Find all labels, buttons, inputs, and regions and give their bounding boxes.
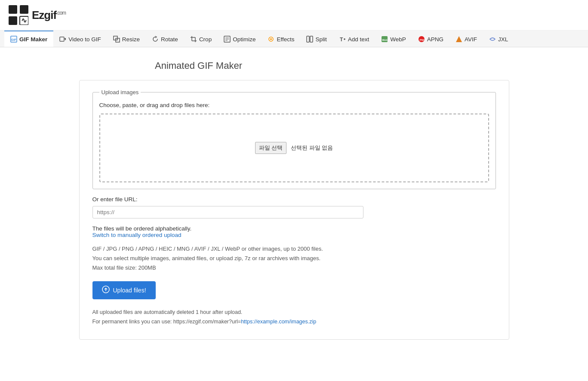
header: ∿ Ezgif.com (0, 0, 588, 31)
video-to-gif-icon (59, 36, 66, 43)
nav-item-gif-maker[interactable]: GIF GIF Maker (4, 31, 53, 47)
nav-label-add-text: Add text (348, 36, 369, 43)
svg-rect-1 (20, 5, 28, 14)
nav-label-webp: WebP (390, 36, 406, 43)
svg-marker-30 (456, 36, 462, 42)
resize-icon (113, 36, 120, 43)
page-title: Animated GIF Maker (155, 60, 579, 71)
nav-bar: GIF GIF Maker Video to GIF Resize Rotate… (0, 31, 588, 47)
split-icon (306, 36, 313, 43)
svg-rect-21 (307, 36, 309, 42)
logo-text: Ezgif.com (32, 9, 66, 22)
upload-fieldset: Upload images Choose, paste, or drag and… (92, 89, 496, 189)
nav-label-crop: Crop (199, 36, 212, 43)
main-content: Animated GIF Maker Upload images Choose,… (0, 47, 588, 353)
switch-order-link[interactable]: Switch to manually ordered upload (92, 232, 182, 238)
avif-icon (456, 36, 462, 43)
crop-icon (190, 36, 197, 43)
no-file-label: 선택된 파일 없음 (291, 144, 333, 152)
svg-rect-2 (9, 16, 17, 25)
nav-item-avif[interactable]: AVIF (449, 31, 483, 47)
nav-label-gif-maker: GIF Maker (19, 36, 47, 43)
nav-item-resize[interactable]: Resize (107, 31, 146, 47)
optimize-icon (224, 36, 231, 43)
nav-item-crop[interactable]: Crop (184, 31, 218, 47)
svg-rect-7 (60, 37, 64, 41)
effects-icon (268, 36, 274, 43)
nav-item-add-text[interactable]: T Add text (333, 31, 376, 47)
logo-icon: ∿ (9, 5, 28, 25)
svg-text:T: T (340, 37, 343, 43)
nav-label-optimize: Optimize (233, 36, 256, 43)
url-label: Or enter file URL: (92, 196, 496, 203)
upload-instruction: Choose, paste, or drag and drop files he… (99, 102, 489, 108)
nav-item-webp[interactable]: WebP WebP (375, 31, 412, 47)
rotate-icon (152, 36, 159, 43)
nav-item-rotate[interactable]: Rotate (146, 31, 184, 47)
gif-maker-icon: GIF (10, 36, 17, 43)
add-text-icon: T (339, 36, 346, 43)
nav-label-rotate: Rotate (161, 36, 178, 43)
upload-legend: Upload images (99, 89, 141, 95)
nav-item-video-to-gif[interactable]: Video to GIF (53, 31, 107, 47)
logo[interactable]: ∿ Ezgif.com (9, 5, 66, 25)
upload-icon (102, 286, 110, 295)
svg-rect-22 (310, 36, 313, 42)
nav-label-avif: AVIF (465, 36, 477, 43)
nav-label-jxl: JXL (498, 36, 508, 43)
svg-text:WebP: WebP (382, 39, 388, 41)
upload-button[interactable]: Upload files! (92, 281, 156, 299)
svg-point-20 (270, 38, 272, 40)
apng-icon: PNG (418, 36, 425, 43)
nav-item-effects[interactable]: Effects (262, 31, 300, 47)
nav-label-resize: Resize (122, 36, 140, 43)
webp-icon: WebP (381, 36, 388, 43)
svg-text:GIF: GIF (11, 38, 16, 41)
nav-label-apng: APNG (427, 36, 443, 43)
nav-item-jxl[interactable]: JXL (483, 31, 514, 47)
nav-label-video-to-gif: Video to GIF (68, 36, 101, 43)
file-types-info: GIF / JPG / PNG / APNG / HEIC / MNG / AV… (92, 244, 496, 273)
nav-item-split[interactable]: Split (300, 31, 332, 47)
url-input[interactable] (92, 206, 363, 218)
footer-example-link[interactable]: https://example.com/images.zip (241, 319, 316, 325)
svg-text:PNG: PNG (419, 39, 425, 41)
jxl-icon (489, 36, 496, 43)
upload-card: Upload images Choose, paste, or drag and… (79, 80, 509, 340)
svg-text:∿: ∿ (21, 17, 27, 24)
nav-label-split: Split (315, 36, 326, 43)
order-info: The files will be ordered alphabetically… (92, 225, 496, 238)
svg-rect-0 (9, 5, 17, 14)
drop-zone[interactable]: 파일 선택 선택된 파일 없음 (99, 114, 489, 182)
file-select-button[interactable]: 파일 선택 (255, 142, 287, 154)
nav-item-apng[interactable]: PNG APNG (412, 31, 449, 47)
footer-note: All uploaded files are automatically del… (92, 308, 496, 326)
nav-label-effects: Effects (277, 36, 294, 43)
nav-item-optimize[interactable]: Optimize (218, 31, 262, 47)
